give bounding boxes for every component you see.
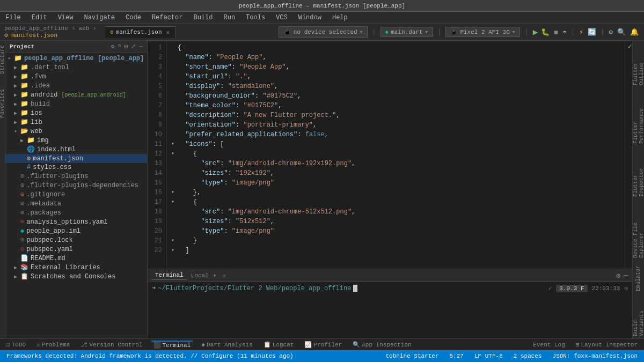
device-file-explorer-label[interactable]: Device File Explorer bbox=[632, 202, 645, 260]
terminal-dropdown[interactable]: ▾ bbox=[213, 272, 217, 279]
tree-item-android[interactable]: ▶ 📁 android [people_app_android] bbox=[5, 90, 147, 99]
search-everywhere-button[interactable]: 🔍 bbox=[616, 27, 627, 38]
menu-view[interactable]: View bbox=[56, 13, 76, 23]
flutter-outline-label[interactable]: Flutter Outline bbox=[632, 43, 645, 87]
code-editor[interactable]: { "name": "People App", "short_name": "P… bbox=[167, 41, 625, 269]
tree-item-metadata[interactable]: ▶ ⊙ .metadata bbox=[5, 199, 147, 208]
fold-icon-11[interactable]: ▾ bbox=[171, 139, 177, 149]
tree-item-build[interactable]: ▶ 📁 build bbox=[5, 99, 147, 108]
menu-code[interactable]: Code bbox=[123, 13, 143, 23]
tobnine-status[interactable]: tobnine Starter bbox=[384, 353, 441, 359]
tree-item-lib[interactable]: ▶ 📁 lib bbox=[5, 117, 147, 127]
tree-item-external-libs[interactable]: ▶ 📚 External Libraries bbox=[5, 263, 147, 272]
tab-todo[interactable]: ☑ TODO bbox=[4, 341, 28, 348]
tree-item-dart-tool[interactable]: ▶ 📁 .dart_tool bbox=[5, 63, 147, 72]
tree-item-gitignore[interactable]: ▶ ⊙ .gitignore bbox=[5, 190, 147, 199]
tab-layout-inspector[interactable]: ⊞ Layout Inspector bbox=[574, 341, 640, 348]
menu-window[interactable]: Window bbox=[296, 13, 324, 23]
tree-item-ios[interactable]: ▶ 📁 ios bbox=[5, 108, 147, 117]
tree-item-packages[interactable]: ▶ ⊙ .packages bbox=[5, 208, 147, 217]
device-selector[interactable]: 📱 no device selected ▾ bbox=[279, 26, 368, 38]
menu-tools[interactable]: Tools bbox=[244, 13, 267, 23]
folder-icon-lib: 📁 bbox=[20, 118, 28, 126]
tree-item-iml[interactable]: ▶ ◆ people_app.iml bbox=[5, 226, 147, 235]
code-line-19: "sizes": "512x512", bbox=[171, 217, 620, 226]
tree-item-idea[interactable]: ▶ 📁 .idea bbox=[5, 81, 147, 90]
fold-icon-22[interactable]: ▾ bbox=[171, 246, 177, 255]
tree-item-manifestjson[interactable]: ▶ ⚙ manifest.json bbox=[5, 154, 147, 163]
line-col-status[interactable]: 5:27 bbox=[448, 353, 466, 359]
spaces-status[interactable]: 2 spaces bbox=[511, 353, 544, 359]
notifications-button[interactable]: 🔔 bbox=[629, 27, 640, 38]
tree-arrow-root: ▾ bbox=[8, 55, 13, 62]
tree-root[interactable]: ▾ 📁 people_app_offline [people_app] bbox=[5, 54, 147, 63]
tree-item-scratches[interactable]: ▶ 📋 Scratches and Consoles bbox=[5, 272, 147, 281]
terminal-minimize-icon[interactable]: — bbox=[624, 271, 628, 280]
menu-vcs[interactable]: VCS bbox=[274, 13, 290, 23]
panel-icon-expand[interactable]: ⤢ bbox=[131, 43, 136, 50]
fold-icon-13 bbox=[171, 159, 177, 168]
tree-item-img[interactable]: ▶ 📁 img bbox=[5, 136, 147, 145]
flutter-inspector-label[interactable]: Flutter Inspector bbox=[632, 149, 645, 199]
filetype-status[interactable]: JSON: foxx-manifest.json bbox=[551, 353, 640, 359]
settings-button[interactable]: ⚙ bbox=[608, 27, 614, 38]
structure-label[interactable]: Structure bbox=[0, 43, 5, 76]
tree-item-stylescss[interactable]: ▶ # styles.css bbox=[5, 163, 147, 172]
main-dart-tab[interactable]: ◆ main.dart ▾ bbox=[380, 27, 434, 37]
encoding-status[interactable]: LF UTF-8 bbox=[472, 353, 505, 359]
menu-refactor[interactable]: Refactor bbox=[150, 13, 185, 23]
tab-logcat[interactable]: 📋 Logcat bbox=[261, 341, 296, 348]
tab-profiler[interactable]: 📈 Profiler bbox=[302, 341, 344, 348]
terminal-add-button[interactable]: ＋ bbox=[221, 271, 228, 280]
terminal-time-icon[interactable]: ⊙ bbox=[624, 285, 628, 292]
fold-icon-16[interactable]: ▾ bbox=[171, 188, 177, 197]
tree-item-flutter-plugins-dep[interactable]: ▶ ⊙ .flutter-plugins-dependencies bbox=[5, 181, 147, 190]
build-variants-label[interactable]: Build Variants bbox=[632, 297, 645, 338]
menu-navigate[interactable]: Navigate bbox=[82, 13, 117, 23]
tree-item-indexhtml[interactable]: ▶ 🌐 index.html bbox=[5, 145, 147, 154]
tree-item-analysis[interactable]: ▶ ⊙ analysis_options.yaml bbox=[5, 217, 147, 226]
stop-button[interactable]: ◼ bbox=[553, 27, 559, 38]
tree-item-readme[interactable]: ▶ 📄 README.md bbox=[5, 254, 147, 263]
menu-file[interactable]: File bbox=[3, 13, 23, 23]
tab-problems[interactable]: ⚠ Problems bbox=[34, 341, 72, 348]
debug-button[interactable]: 🐛 bbox=[540, 27, 551, 38]
framework-status[interactable]: Frameworks detected: Android framework i… bbox=[4, 353, 296, 359]
terminal-tab[interactable]: Terminal bbox=[152, 271, 187, 280]
fold-icon-21[interactable]: ▾ bbox=[171, 236, 177, 246]
flutter-performance-label[interactable]: Flutter Performance bbox=[632, 91, 645, 146]
hot-reload-button[interactable]: ⚡ bbox=[578, 27, 584, 38]
tree-item-fvm[interactable]: ▶ 📁 .fvm bbox=[5, 72, 147, 81]
fold-icon-1[interactable] bbox=[171, 43, 177, 53]
fold-icon-2 bbox=[171, 53, 177, 62]
menu-help[interactable]: Help bbox=[330, 13, 350, 23]
label-analysis: analysis_options.yaml bbox=[26, 218, 107, 226]
pixel-selector[interactable]: 📱 Pixel 2 API 30 ▾ bbox=[445, 27, 520, 37]
fold-icon-17[interactable]: ▾ bbox=[171, 197, 177, 207]
run-button[interactable]: ▶ bbox=[533, 27, 538, 38]
terminal-settings-icon[interactable]: ⚙ bbox=[616, 271, 620, 280]
tree-item-pubspec-lock[interactable]: ▶ ⊙ pubspec.lock bbox=[5, 235, 147, 245]
fold-icon-12[interactable]: ▾ bbox=[171, 149, 177, 159]
menu-run[interactable]: Run bbox=[221, 13, 237, 23]
menu-edit[interactable]: Edit bbox=[30, 13, 49, 23]
arrow-web: ▾ bbox=[14, 128, 19, 135]
tab-app-inspection[interactable]: 🔍 App Inspection bbox=[350, 341, 413, 348]
tab-terminal[interactable]: ⬛ Terminal bbox=[151, 341, 193, 349]
tree-item-flutter-plugins[interactable]: ▶ ⊙ .flutter-plugins bbox=[5, 172, 147, 181]
file-tab[interactable]: ⚙ manifest.json ✕ bbox=[105, 26, 175, 38]
panel-icon-gear[interactable]: ⚙ bbox=[111, 43, 115, 50]
panel-icon-close[interactable]: — bbox=[139, 43, 143, 50]
panel-icon-filter[interactable]: ⊟ bbox=[125, 43, 128, 50]
hot-restart-button[interactable]: 🔄 bbox=[587, 27, 597, 38]
favorites-label[interactable]: Favorites bbox=[0, 87, 5, 120]
tab-version-control[interactable]: ⎇ Version Control bbox=[78, 341, 144, 348]
tree-item-pubspec-yaml[interactable]: ▶ ⊙ pubspec.yaml bbox=[5, 245, 147, 254]
panel-icon-list[interactable]: ≡ bbox=[118, 43, 121, 50]
tab-dart-analysis[interactable]: ◆ Dart Analysis bbox=[199, 341, 254, 348]
coverage-button[interactable]: ☂ bbox=[561, 27, 568, 38]
tree-item-web[interactable]: ▾ 📂 web bbox=[5, 127, 147, 136]
emulator-label[interactable]: Emulator bbox=[634, 263, 642, 293]
tab-event-log[interactable]: Event Log bbox=[531, 342, 567, 348]
menu-build[interactable]: Build bbox=[191, 13, 215, 23]
